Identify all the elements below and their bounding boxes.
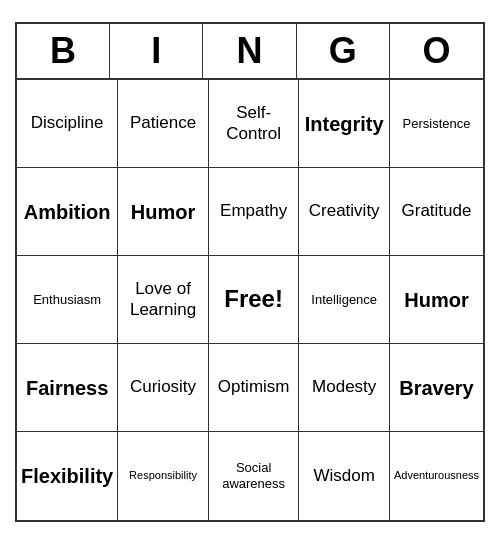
bingo-cell[interactable]: Adventurousness bbox=[390, 432, 483, 520]
bingo-cell[interactable]: Responsibility bbox=[118, 432, 209, 520]
cell-label: Persistence bbox=[403, 116, 471, 132]
cell-label: Flexibility bbox=[21, 464, 113, 488]
bingo-cell[interactable]: Integrity bbox=[299, 80, 390, 168]
header-letter: O bbox=[390, 24, 483, 78]
header-letter: N bbox=[203, 24, 296, 78]
bingo-cell[interactable]: Ambition bbox=[17, 168, 118, 256]
cell-label: Adventurousness bbox=[394, 469, 479, 482]
bingo-cell[interactable]: Persistence bbox=[390, 80, 483, 168]
cell-label: Patience bbox=[130, 113, 196, 133]
bingo-cell[interactable]: Patience bbox=[118, 80, 209, 168]
cell-label: Modesty bbox=[312, 377, 376, 397]
bingo-cell[interactable]: Wisdom bbox=[299, 432, 390, 520]
bingo-cell[interactable]: Bravery bbox=[390, 344, 483, 432]
header-letter: G bbox=[297, 24, 390, 78]
cell-label: Curiosity bbox=[130, 377, 196, 397]
cell-label: Fairness bbox=[26, 376, 108, 400]
bingo-cell[interactable]: Free! bbox=[209, 256, 300, 344]
cell-label: Love of Learning bbox=[122, 279, 204, 320]
bingo-cell[interactable]: Creativity bbox=[299, 168, 390, 256]
cell-label: Integrity bbox=[305, 112, 384, 136]
bingo-cell[interactable]: Self-Control bbox=[209, 80, 300, 168]
header-letter: B bbox=[17, 24, 110, 78]
cell-label: Enthusiasm bbox=[33, 292, 101, 308]
bingo-header: BINGO bbox=[17, 24, 483, 80]
bingo-cell[interactable]: Discipline bbox=[17, 80, 118, 168]
header-letter: I bbox=[110, 24, 203, 78]
bingo-cell[interactable]: Gratitude bbox=[390, 168, 483, 256]
bingo-cell[interactable]: Empathy bbox=[209, 168, 300, 256]
bingo-cell[interactable]: Fairness bbox=[17, 344, 118, 432]
cell-label: Discipline bbox=[31, 113, 104, 133]
cell-label: Responsibility bbox=[129, 469, 197, 482]
bingo-cell[interactable]: Modesty bbox=[299, 344, 390, 432]
cell-label: Empathy bbox=[220, 201, 287, 221]
bingo-cell[interactable]: Curiosity bbox=[118, 344, 209, 432]
bingo-cell[interactable]: Humor bbox=[118, 168, 209, 256]
bingo-cell[interactable]: Enthusiasm bbox=[17, 256, 118, 344]
cell-label: Humor bbox=[404, 288, 468, 312]
cell-label: Ambition bbox=[24, 200, 111, 224]
bingo-grid: DisciplinePatienceSelf-ControlIntegrityP… bbox=[17, 80, 483, 520]
cell-label: Gratitude bbox=[402, 201, 472, 221]
cell-label: Bravery bbox=[399, 376, 474, 400]
cell-label: Intelligence bbox=[311, 292, 377, 308]
cell-label: Humor bbox=[131, 200, 195, 224]
bingo-cell[interactable]: Social awareness bbox=[209, 432, 300, 520]
bingo-cell[interactable]: Intelligence bbox=[299, 256, 390, 344]
cell-label: Optimism bbox=[218, 377, 290, 397]
cell-label: Social awareness bbox=[213, 460, 295, 491]
bingo-cell[interactable]: Humor bbox=[390, 256, 483, 344]
cell-label: Wisdom bbox=[314, 466, 375, 486]
bingo-cell[interactable]: Flexibility bbox=[17, 432, 118, 520]
bingo-cell[interactable]: Love of Learning bbox=[118, 256, 209, 344]
cell-label: Free! bbox=[224, 285, 283, 314]
bingo-cell[interactable]: Optimism bbox=[209, 344, 300, 432]
bingo-card: BINGO DisciplinePatienceSelf-ControlInte… bbox=[15, 22, 485, 522]
cell-label: Self-Control bbox=[213, 103, 295, 144]
cell-label: Creativity bbox=[309, 201, 380, 221]
